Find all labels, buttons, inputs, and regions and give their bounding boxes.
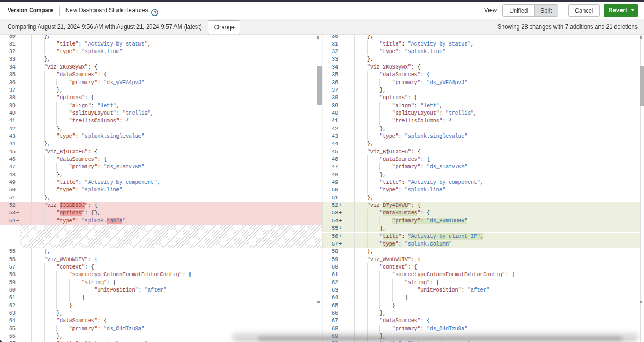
svg-text:?: ? <box>153 10 156 15</box>
